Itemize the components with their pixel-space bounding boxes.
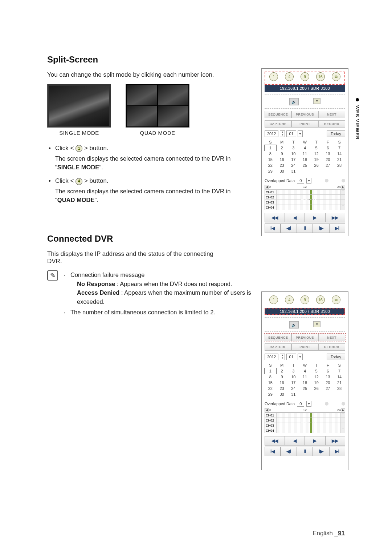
scroll-down-icon-2[interactable]: ˅ [340, 428, 345, 433]
scroll-down-icon[interactable]: ˅ [340, 205, 345, 210]
mic-icon[interactable]: ≡ [313, 98, 320, 104]
dvr-address-bar: 192.168.1.200 / SDR-3100 [265, 85, 345, 92]
split-16-button-2[interactable]: 16 [316, 295, 325, 304]
forward-fast-button-2[interactable]: ▶▶ [325, 436, 346, 446]
pause-button-2[interactable]: II [297, 447, 313, 456]
year-field[interactable]: 2012 [265, 130, 278, 137]
overlap-row: Overlapped Data 0 ▼ [265, 174, 345, 185]
date-row-2: 2012 ▲▼ 01 ▼ Today [265, 351, 345, 362]
number-4-icon: 4 [75, 178, 82, 185]
print-button[interactable]: PRINT [291, 120, 318, 128]
month-field-2[interactable]: 01 [286, 354, 296, 360]
calendar-2[interactable]: SMTWTFS 1234567 891011121314 15161718192… [265, 362, 345, 397]
timeline-header-2: ◀ 0 12 24 ▶ [265, 408, 345, 412]
split-icons-row-2: 1 4 9 16 ⧉ [265, 295, 345, 308]
split-icons-row: 1 4 9 16 ⧉ [265, 72, 345, 85]
overlap-value[interactable]: 0 [297, 178, 304, 184]
timeline-right-icon-2[interactable]: ▶ [341, 408, 345, 412]
previous-button-2[interactable]: PREVIOUS [291, 334, 318, 341]
year-stepper[interactable]: ▲▼ [280, 130, 285, 137]
timeline-2[interactable]: 14:52:41 CH01˄ CH02 CH03 CH04˅ [265, 412, 345, 433]
year-field-2[interactable]: 2012 [265, 354, 278, 360]
dvr-panel-split: 1 4 9 16 ⧉ 192.168.1.200 / SDR-3100 🔈 ≡ … [261, 68, 348, 236]
side-tab-label: WEB VIEWER [355, 105, 360, 140]
play-row-2: I◀ ◀I II I▶ ▶I [265, 223, 345, 233]
capture-button-2[interactable]: CAPTURE [265, 343, 291, 351]
number-1-icon: 1 [75, 145, 82, 152]
split-1-button-2[interactable]: 1 [269, 295, 278, 304]
timeline-left-icon[interactable]: ◀ [265, 185, 269, 189]
skip-start-button-2[interactable]: I◀ [265, 447, 281, 456]
year-stepper-2[interactable]: ▲▼ [280, 354, 285, 360]
split-1-button[interactable]: 1 [269, 72, 278, 81]
timeline[interactable]: 14:52:41 CH01˄ CH02 CH03 CH04˅ [265, 189, 345, 210]
step-back-button[interactable]: ◀I [281, 223, 297, 233]
timeline-right-icon[interactable]: ▶ [341, 185, 345, 189]
step-fwd-button[interactable]: I▶ [313, 223, 329, 233]
play-row-1b: ◀◀ ◀ ▶ ▶▶ [265, 436, 345, 446]
sequence-button[interactable]: SEQUENCE [265, 111, 291, 118]
mic-icon-2[interactable]: ≡ [313, 321, 320, 327]
split-4-button[interactable]: 4 [285, 72, 294, 81]
skip-start-button[interactable]: I◀ [265, 223, 281, 233]
capture-button[interactable]: CAPTURE [265, 120, 291, 128]
rewind-button[interactable]: ◀ [285, 213, 305, 222]
note-conn-failure: Connection failure message No Response :… [64, 270, 267, 306]
play-button[interactable]: ▶ [305, 213, 325, 222]
bullet-single: Click < 1 > button. The screen displays … [47, 144, 236, 172]
timeline-left-icon-2[interactable]: ◀ [265, 408, 269, 412]
note-icon: ✎ [47, 270, 58, 281]
print-button-2[interactable]: PRINT [291, 343, 318, 351]
scroll-up-icon-2[interactable]: ˄ [340, 413, 345, 418]
today-button-2[interactable]: Today [327, 354, 345, 360]
action-row-2: CAPTURE PRINT RECORD [265, 343, 345, 351]
play-button-2[interactable]: ▶ [305, 436, 325, 446]
today-button[interactable]: Today [327, 130, 345, 137]
pause-button[interactable]: II [297, 223, 313, 233]
nav-row: SEQUENCE PREVIOUS NEXT [265, 111, 345, 118]
next-button-2[interactable]: NEXT [318, 334, 345, 341]
rewind-fast-button-2[interactable]: ◀◀ [265, 436, 285, 446]
split-9-button[interactable]: 9 [301, 72, 309, 81]
next-button[interactable]: NEXT [318, 111, 345, 118]
play-row-1: ◀◀ ◀ ▶ ▶▶ [265, 213, 345, 222]
split-screen-intro: You can change the split mode by clickin… [47, 71, 229, 78]
split-osd-button[interactable]: ⧉ [332, 72, 340, 81]
step-fwd-button-2[interactable]: I▶ [313, 447, 329, 456]
previous-button[interactable]: PREVIOUS [291, 111, 318, 118]
rewind-fast-button[interactable]: ◀◀ [265, 213, 285, 222]
split-9-button-2[interactable]: 9 [301, 295, 309, 304]
forward-fast-button[interactable]: ▶▶ [325, 213, 346, 222]
bullet-quad: Click < 4 > button. The screen displays … [47, 177, 236, 204]
overlap-dropdown-icon-2[interactable]: ▼ [306, 401, 311, 407]
calendar[interactable]: SMTWTFS 1234567 891011121314 15161718192… [265, 139, 345, 174]
month-field[interactable]: 01 [286, 130, 296, 137]
split-16-button[interactable]: 16 [316, 72, 325, 81]
split-bullets: Click < 1 > button. The screen displays … [47, 144, 236, 205]
scroll-up-icon[interactable]: ˄ [340, 190, 345, 194]
audio-row-2: 🔈 ≡ [265, 317, 345, 332]
timeline-header: ◀ 0 12 24 ▶ [265, 185, 345, 189]
month-dropdown-icon[interactable]: ▼ [298, 130, 303, 137]
dvr-address-bar-2: 192.168.1.200 / SDR-3100 [265, 308, 345, 315]
note-list: Connection failure message No Response :… [64, 270, 267, 318]
split-4-button-2[interactable]: 4 [285, 295, 294, 304]
step-back-button-2[interactable]: ◀I [281, 447, 297, 456]
audio-row: 🔈 ≡ [265, 94, 345, 109]
sequence-button-2[interactable]: SEQUENCE [265, 334, 291, 341]
skip-end-button-2[interactable]: ▶I [329, 447, 345, 456]
record-button-2[interactable]: RECORD [318, 343, 345, 351]
speaker-icon[interactable]: 🔈 [289, 98, 299, 105]
overlap-dropdown-icon[interactable]: ▼ [306, 178, 311, 184]
side-tab-dot [356, 98, 359, 101]
rewind-button-2[interactable]: ◀ [285, 436, 305, 446]
skip-end-button[interactable]: ▶I [329, 223, 345, 233]
month-dropdown-icon-2[interactable]: ▼ [298, 354, 303, 360]
dvr-panel-connected: 1 4 9 16 ⧉ 192.168.1.200 / SDR-3100 🔈 ≡ … [261, 291, 348, 470]
quad-mode-label: QUAD MODE [126, 130, 189, 136]
split-osd-button-2[interactable]: ⧉ [332, 295, 340, 304]
speaker-icon-2[interactable]: 🔈 [289, 321, 299, 329]
record-button[interactable]: RECORD [318, 120, 345, 128]
ch02-row: CH02 [265, 194, 345, 200]
note-limit: The number of simultaneous connection is… [64, 308, 267, 317]
